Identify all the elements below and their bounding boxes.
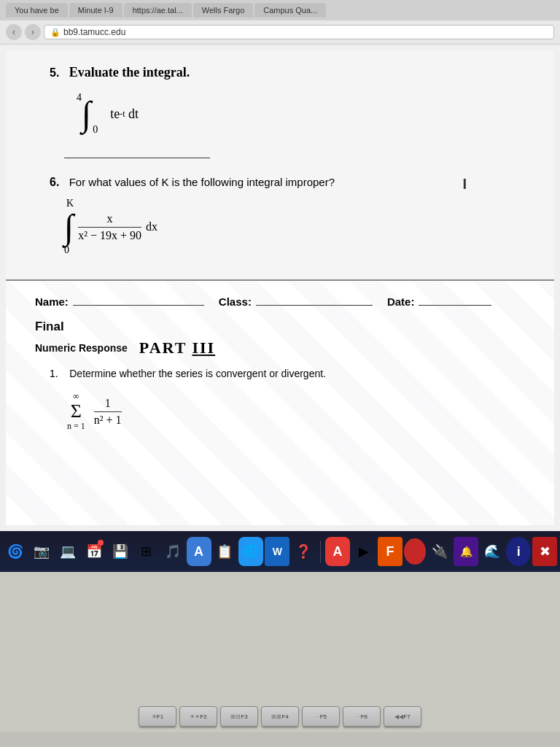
integral-symbol-6: ∫	[64, 209, 74, 244]
series-display: ∞ Σ n = 1 1 n² + 1	[64, 391, 525, 432]
name-field-group: Name:	[35, 295, 204, 308]
calendar-notification-dot	[98, 540, 104, 546]
tab-campus-qua[interactable]: Campus Qua...	[254, 3, 326, 18]
key-f7[interactable]: ◀◀ F7	[384, 706, 421, 727]
class-field-group: Class:	[219, 295, 373, 308]
taskbar-icon-laptop[interactable]: 💻	[55, 537, 80, 566]
taskbar-icon-wave[interactable]: 🌊	[480, 537, 505, 566]
tabs-bar: You have be Minute I-9 https://ae.tal...…	[0, 0, 560, 20]
part-header: Numeric Response PART III	[35, 338, 525, 357]
exam-question-1: 1. Determine whether the series is conve…	[50, 368, 525, 379]
taskbar-icon-notification[interactable]: 🔔	[454, 537, 478, 566]
taskbar-icon-power[interactable]: 🔌	[427, 537, 452, 566]
taskbar-icon-finder[interactable]: 🌀	[3, 537, 28, 566]
taskbar-icon-calendar[interactable]: 📅	[82, 537, 106, 566]
name-input-line[interactable]	[73, 305, 204, 306]
taskbar-icon-clipboard[interactable]: 📋	[213, 537, 238, 566]
taskbar-icon-close[interactable]: ✖	[532, 537, 557, 566]
name-label: Name:	[35, 295, 69, 308]
class-input-line[interactable]	[256, 305, 373, 306]
taskbar-icon-f[interactable]: F	[378, 537, 402, 566]
class-label: Class:	[219, 295, 252, 308]
browser-toolbar: ‹ › 🔒 bb9.tamucc.edu	[0, 20, 560, 44]
upper-limit-5: 4	[77, 92, 82, 104]
key-f3[interactable]: ⊞⊟ F3	[220, 706, 258, 727]
taskbar-icon-a2[interactable]: A	[325, 537, 350, 566]
screen-area: 5. Evaluate the integral. 4 ∫	[0, 44, 560, 531]
tab-wells-fargo[interactable]: Wells Fargo	[193, 3, 253, 18]
fkey-row: ☀ F1 ☀☀ F2 ⊞⊟ F3 ⊞⊠ F4 · · F5 · · F6 ◀◀ …	[139, 706, 421, 727]
browser-chrome: You have be Minute I-9 https://ae.tal...…	[0, 0, 560, 44]
fraction-6: x x² − 19x + 90	[78, 212, 141, 242]
exam-title: Final	[35, 320, 525, 334]
key-f2[interactable]: ☀☀ F2	[179, 706, 217, 727]
sigma-block: ∞ Σ n = 1	[67, 391, 85, 432]
taskbar-icon-question[interactable]: ❓	[291, 537, 316, 566]
taskbar-icon-save[interactable]: 💾	[108, 537, 133, 566]
integral-symbol-5: ∫	[82, 92, 91, 136]
taskbar-icon-browser[interactable]: 🌐	[238, 537, 263, 566]
back-button[interactable]: ‹	[6, 24, 22, 40]
taskbar-icon-arrow[interactable]: ▶	[351, 537, 376, 566]
date-label: Date:	[387, 295, 415, 308]
tab-you-have-be[interactable]: You have be	[6, 3, 68, 18]
taskbar-icon-camera[interactable]: 📷	[29, 537, 54, 566]
answer-line-5	[64, 158, 210, 158]
key-f1[interactable]: ☀ F1	[139, 706, 176, 727]
taskbar-icon-app-a[interactable]: A	[187, 537, 211, 566]
question-5: 5. Evaluate the integral. 4 ∫	[50, 65, 525, 158]
series-fraction: 1 n² + 1	[94, 397, 122, 427]
question-6: 6. For what values of K is the following…	[50, 176, 525, 256]
taskbar-icon-music[interactable]: 🎵	[160, 537, 185, 566]
taskbar-icon-word[interactable]: W	[265, 537, 289, 566]
page-lower: Name: Class: Date: Final Numeric Respons…	[6, 279, 554, 525]
address-bar[interactable]: 🔒 bb9.tamucc.edu	[44, 25, 554, 39]
integral-5-block: 4 ∫ 0 te-t dt	[50, 92, 525, 136]
page-content: 5. Evaluate the integral. 4 ∫	[6, 50, 554, 525]
taskbar-icon-round-red[interactable]	[404, 538, 427, 565]
question-6-header: 6. For what values of K is the following…	[50, 176, 525, 189]
taskbar-icon-grid[interactable]: ⊞	[134, 537, 159, 566]
date-input-line[interactable]	[419, 305, 491, 306]
taskbar: 🌀 📷 💻 📅 💾 ⊞ 🎵 A 📋 🌐 W ❓ A ▶ F 🔌 🔔 🌊 i ✖	[0, 531, 560, 572]
lock-icon: 🔒	[50, 28, 61, 37]
taskbar-icon-info[interactable]: i	[506, 537, 531, 566]
date-field-group: Date:	[387, 295, 492, 308]
integrand-5: te-t dt	[110, 92, 139, 136]
lower-limit-5: 0	[93, 124, 98, 136]
part-label: Numeric Response	[35, 342, 128, 354]
laptop-body-bottom	[0, 732, 560, 747]
cursor-symbol: I	[462, 176, 467, 193]
keyboard-area: ☀ F1 ☀☀ F2 ⊞⊟ F3 ⊞⊠ F4 · · F5 · · F6 ◀◀ …	[0, 572, 560, 732]
exam-fields: Name: Class: Date:	[35, 295, 525, 308]
forward-button[interactable]: ›	[25, 24, 41, 40]
page-upper: 5. Evaluate the integral. 4 ∫	[6, 50, 554, 279]
integral-6-block: K ∫ 0 x x² − 19x + 90 dx	[64, 198, 525, 256]
tab-ae-tal[interactable]: https://ae.tal...	[124, 3, 192, 18]
question-5-header: 5. Evaluate the integral.	[50, 65, 525, 80]
part-title: PART III	[139, 338, 215, 357]
key-f5[interactable]: · · F5	[302, 706, 340, 727]
key-f6[interactable]: · · F6	[343, 706, 381, 727]
tab-minute[interactable]: Minute I-9	[69, 3, 122, 18]
lower-limit-6: 0	[64, 244, 69, 256]
key-f4[interactable]: ⊞⊠ F4	[261, 706, 299, 727]
taskbar-separator-1	[320, 541, 321, 562]
